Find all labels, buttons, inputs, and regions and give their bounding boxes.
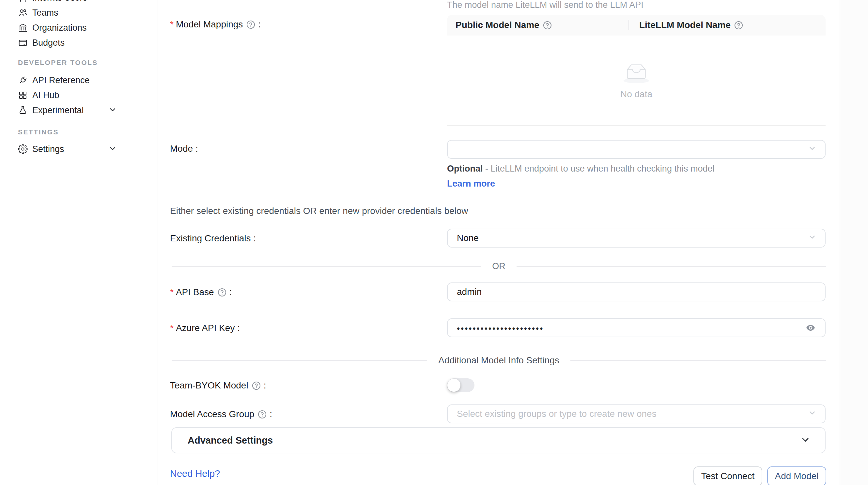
mode-help-text: Optional - LiteLLM endpoint to use when …: [447, 161, 721, 191]
team-byok-toggle[interactable]: [447, 378, 474, 392]
sidebar-item-internal-users[interactable]: Internal Users: [0, 0, 158, 5]
help-icon[interactable]: [257, 410, 267, 419]
sidebar-item-organizations[interactable]: Organizations: [0, 20, 158, 35]
sidebar: Internal Users Teams Organizations Budge…: [0, 0, 158, 485]
model-mappings-table: Public Model Name LiteLLM Model Name: [447, 15, 826, 126]
selected-value: None: [457, 233, 479, 243]
existing-credentials-select[interactable]: None: [447, 229, 826, 248]
user-icon: [18, 0, 28, 3]
credit-card-icon: [18, 38, 28, 47]
chevron-down-icon: [808, 233, 816, 244]
column-public-model-name: Public Model Name: [447, 20, 629, 30]
help-icon[interactable]: [217, 288, 227, 297]
learn-more-link[interactable]: Learn more: [447, 179, 495, 189]
model-access-group-select[interactable]: Select existing groups or type to create…: [447, 405, 826, 423]
advanced-settings-title: Advanced Settings: [188, 435, 800, 446]
chevron-down-icon: [108, 105, 117, 115]
plug-icon: [18, 75, 28, 85]
api-base-input[interactable]: admin: [447, 283, 826, 301]
azure-api-key-input[interactable]: ••••••••••••••••••••••: [447, 318, 826, 337]
model-access-group-label: Model Access Group :: [170, 409, 272, 419]
empty-inbox-icon: [620, 61, 653, 84]
mode-select[interactable]: [447, 140, 826, 159]
sidebar-section-settings: SETTINGS: [0, 128, 158, 137]
api-base-label: * API Base :: [170, 287, 232, 297]
sidebar-item-budgets[interactable]: Budgets: [0, 35, 158, 50]
column-litellm-model-name: LiteLLM Model Name: [629, 20, 826, 30]
test-connect-button[interactable]: Test Connect: [693, 466, 762, 485]
gear-icon: [18, 144, 28, 154]
existing-credentials-label: Existing Credentials :: [170, 233, 256, 243]
model-mappings-label: * Model Mappings :: [170, 20, 261, 29]
sidebar-item-api-reference[interactable]: API Reference: [0, 73, 158, 88]
table-header: Public Model Name LiteLLM Model Name: [447, 15, 826, 36]
add-model-page: Internal Users Teams Organizations Budge…: [0, 0, 868, 485]
sidebar-item-label: Budgets: [32, 38, 65, 48]
add-model-button[interactable]: Add Model: [767, 466, 826, 485]
sidebar-item-label: Organizations: [32, 23, 87, 33]
sidebar-item-teams[interactable]: Teams: [0, 5, 158, 20]
sidebar-item-label: AI Hub: [32, 90, 59, 100]
no-data-label: No data: [620, 89, 652, 99]
chevron-down-icon: [808, 409, 816, 419]
column-divider: [628, 20, 629, 30]
credentials-hint: Either select existing credentials OR en…: [170, 206, 468, 216]
or-divider: OR: [172, 261, 826, 271]
required-marker: *: [170, 323, 174, 333]
sidebar-item-label: Internal Users: [32, 0, 87, 3]
users-icon: [18, 8, 28, 18]
chevron-down-icon: [800, 434, 811, 446]
select-placeholder: Select existing groups or type to create…: [457, 409, 656, 419]
required-marker: *: [170, 20, 174, 29]
masked-value: ••••••••••••••••••••••: [457, 324, 544, 334]
add-model-form: The model name LiteLLM will send to the …: [158, 0, 840, 485]
input-value: admin: [457, 287, 482, 297]
toggle-knob: [447, 379, 460, 392]
sidebar-item-settings[interactable]: Settings: [0, 141, 158, 157]
bank-icon: [18, 23, 28, 33]
chevron-down-icon: [108, 144, 117, 154]
flask-icon: [18, 105, 28, 115]
help-icon[interactable]: [734, 21, 743, 30]
need-help-link[interactable]: Need Help?: [170, 468, 220, 479]
azure-api-key-label: * Azure API Key :: [170, 323, 240, 333]
help-icon[interactable]: [246, 20, 255, 29]
help-icon[interactable]: [252, 381, 261, 390]
sidebar-item-label: Settings: [32, 144, 64, 154]
chevron-down-icon: [808, 144, 816, 155]
help-icon[interactable]: [542, 21, 552, 30]
eye-icon[interactable]: [804, 323, 817, 333]
sidebar-item-experimental[interactable]: Experimental: [0, 103, 158, 118]
advanced-settings-collapse[interactable]: Advanced Settings: [171, 427, 826, 453]
table-empty-state: No data: [447, 36, 826, 126]
mode-label: Mode :: [170, 144, 198, 154]
model-name-hint: The model name LiteLLM will send to the …: [447, 0, 644, 10]
sidebar-item-label: Experimental: [32, 105, 84, 116]
sidebar-item-label: Teams: [32, 8, 58, 18]
page-background-strip: [840, 0, 868, 485]
sidebar-item-ai-hub[interactable]: AI Hub: [0, 88, 158, 103]
required-marker: *: [170, 287, 174, 297]
grid-icon: [18, 90, 28, 100]
sidebar-section-developer-tools: DEVELOPER TOOLS: [0, 58, 158, 67]
sidebar-item-label: API Reference: [32, 75, 90, 86]
team-byok-label: Team-BYOK Model :: [170, 381, 266, 390]
info-settings-divider: Additional Model Info Settings: [172, 355, 826, 366]
